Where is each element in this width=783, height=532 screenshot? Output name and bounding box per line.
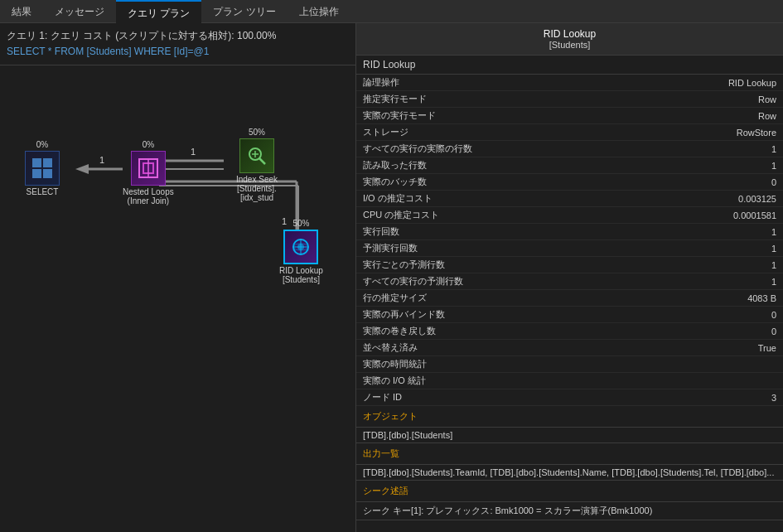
prop-row: ノード ID3: [356, 389, 783, 406]
prop-row: 実際の巻き戻し数0: [356, 323, 783, 340]
prop-name: 実行回数: [363, 225, 771, 238]
prop-value: 3: [771, 393, 776, 403]
section-content: [TDB].[dbo].[Students]: [356, 428, 783, 443]
nav-item-results[interactable]: 結果: [0, 0, 43, 23]
prop-row: 実行ごとの予測行数1: [356, 257, 783, 273]
nav-item-messages[interactable]: メッセージ: [43, 0, 116, 23]
prop-name: 論理操作: [363, 76, 728, 89]
section-header: オブジェクト: [356, 406, 783, 428]
prop-name: 実際の I/O 統計: [363, 375, 776, 387]
left-pane: クエリ 1: クエリ コスト (スクリプトに対する相対): 100.00% SE…: [0, 23, 356, 532]
prop-value: 0.0001581: [733, 210, 776, 220]
prop-value: RowStore: [737, 128, 776, 138]
grid-icon: [31, 157, 54, 180]
prop-row: I/O の推定コスト0.003125: [356, 191, 783, 207]
prop-row: すべての実行の実際の行数1: [356, 141, 783, 157]
prop-name: すべての実行の実際の行数: [363, 143, 771, 155]
prop-value: 1: [771, 277, 776, 287]
svg-text:1: 1: [99, 155, 104, 165]
prop-name: 実行ごとの予測行数: [363, 259, 771, 271]
prop-row: 読み取った行数1: [356, 157, 783, 174]
node-ridlookup-percent: 50%: [292, 219, 309, 228]
indexseek-icon: [245, 144, 268, 167]
prop-name: 実際の時間統計: [363, 358, 776, 370]
prop-row: CPU の推定コスト0.0001581: [356, 207, 783, 224]
prop-value: RID Lookup: [728, 78, 776, 88]
prop-name: ストレージ: [363, 126, 737, 138]
prop-value: 1: [771, 244, 776, 254]
props-header: RID Lookup [Students]: [356, 23, 783, 56]
prop-name: 推定実行モード: [363, 93, 758, 105]
main-layout: クエリ 1: クエリ コスト (スクリプトに対する相対): 100.00% SE…: [0, 23, 783, 532]
prop-row: 実際のバッチ数0: [356, 174, 783, 191]
nav-item-queryplan[interactable]: クエリ プラン: [116, 0, 201, 23]
prop-row: 実際の再バインド数0: [356, 307, 783, 323]
node-select-percent: 0%: [36, 140, 48, 149]
props-subtitle: [Students]: [363, 40, 776, 50]
top-nav: 結果 メッセージ クエリ プラン プラン ツリー 上位操作: [0, 0, 783, 23]
prop-name: 実際のバッチ数: [363, 176, 771, 188]
prop-row: 並べ替え済みTrue: [356, 340, 783, 356]
prop-name: I/O の推定コスト: [363, 192, 738, 205]
node-ridlookup[interactable]: 50% RID Lookup[Students]: [279, 219, 323, 284]
prop-row: すべての実行の予測行数1: [356, 273, 783, 290]
prop-name: 実際の巻き戻し数: [363, 325, 771, 337]
nav-item-plantree[interactable]: プラン ツリー: [201, 0, 287, 23]
prop-row: ストレージRowStore: [356, 124, 783, 141]
node-select-icon: [25, 151, 60, 186]
props-title: RID Lookup: [363, 28, 776, 40]
prop-value: 0: [771, 310, 776, 320]
node-ridlookup-icon: [283, 230, 318, 264]
prop-value: 1: [771, 227, 776, 237]
prop-value: 1: [771, 161, 776, 171]
node-ridlookup-label: RID Lookup[Students]: [279, 266, 323, 284]
node-indexseek[interactable]: 50% Index Seek[Students].[idx_stud: [224, 128, 290, 202]
prop-value: True: [758, 343, 776, 353]
prop-row: 予測実行回数1: [356, 240, 783, 257]
prop-row: 推定実行モードRow: [356, 91, 783, 108]
prop-value: 1: [771, 144, 776, 154]
section-header: シーク述語: [356, 481, 783, 502]
node-nested[interactable]: 0% Nested Loops(Inner Join): [123, 140, 174, 206]
prop-value: Row: [758, 111, 776, 121]
prop-name: ノード ID: [363, 391, 771, 404]
section-title-ridlookup: RID Lookup: [356, 56, 783, 75]
svg-text:1: 1: [191, 147, 196, 157]
prop-name: 並べ替え済み: [363, 341, 758, 354]
section-header: 出力一覧: [356, 443, 783, 465]
prop-row: 実際の I/O 統計: [356, 373, 783, 389]
ridlookup-icon: [289, 235, 312, 259]
section-content: シーク キー[1]: プレフィックス: Bmk1000 = スカラー演算子(Bm…: [356, 502, 783, 520]
prop-row: 行の推定サイズ4083 B: [356, 290, 783, 307]
prop-value: 0.003125: [738, 194, 776, 204]
node-nested-icon: [131, 151, 166, 186]
node-select-label: SELECT: [27, 187, 59, 196]
prop-row: 実行回数1: [356, 224, 783, 240]
svg-rect-14: [32, 169, 41, 178]
section-content: [TDB].[dbo].[Students].TeamId, [TDB].[db…: [356, 465, 783, 481]
prop-name: 実際の実行モード: [363, 109, 758, 122]
node-select[interactable]: 0% SELECT: [25, 140, 60, 196]
node-indexseek-percent: 50%: [249, 128, 265, 137]
query-cost-label: クエリ 1: クエリ コスト (スクリプトに対する相対): 100.00%: [7, 28, 349, 44]
query-info: クエリ 1: クエリ コスト (スクリプトに対する相対): 100.00% SE…: [0, 23, 355, 65]
prop-row: 実際の時間統計: [356, 356, 783, 373]
svg-rect-12: [32, 158, 41, 167]
prop-row: 実際の実行モードRow: [356, 108, 783, 124]
svg-rect-15: [43, 169, 52, 178]
prop-value: 4083 B: [747, 293, 776, 303]
nav-item-topops[interactable]: 上位操作: [288, 0, 350, 23]
prop-name: 予測実行回数: [363, 242, 771, 254]
sections-container: オブジェクト[TDB].[dbo].[Students]出力一覧[TDB].[d…: [356, 406, 783, 520]
right-pane[interactable]: RID Lookup [Students] RID Lookup 論理操作RID…: [356, 23, 783, 532]
prop-name: 行の推定サイズ: [363, 292, 747, 304]
prop-name: CPU の推定コスト: [363, 209, 733, 221]
plan-diagram: 1 1 1 0% SELECT 0%: [0, 65, 356, 463]
node-indexseek-icon: [239, 138, 274, 173]
prop-value: 0: [771, 177, 776, 187]
svg-line-20: [259, 158, 265, 164]
query-sql-text: SELECT * FROM [Students] WHERE [Id]=@1: [7, 44, 349, 60]
prop-value: Row: [758, 94, 776, 104]
prop-value: 1: [771, 260, 776, 270]
nested-icon: [137, 157, 160, 180]
